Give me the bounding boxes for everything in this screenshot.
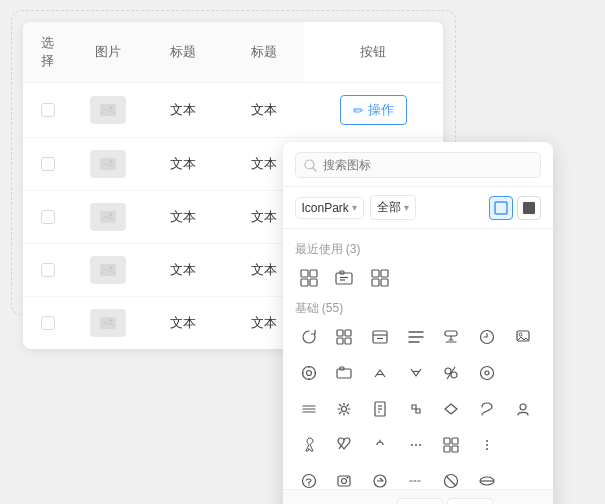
outline-view-btn[interactable] [489, 196, 513, 220]
footer-buttons: 左侧 右侧 移除 [397, 498, 541, 504]
icon-item[interactable] [473, 467, 501, 489]
view-toggles [489, 196, 541, 220]
svg-rect-14 [301, 270, 308, 277]
icon-item[interactable] [366, 431, 394, 459]
icon-item[interactable] [402, 431, 430, 459]
icon-item[interactable] [330, 264, 358, 292]
source-select[interactable]: IconPark ▾ [295, 197, 364, 219]
row-checkbox[interactable] [41, 210, 55, 224]
svg-point-61 [419, 444, 421, 446]
basic-icons-grid-1 [295, 323, 541, 351]
svg-rect-13 [523, 202, 535, 214]
svg-rect-12 [495, 202, 507, 214]
category-select[interactable]: 全部 ▾ [370, 195, 416, 220]
icon-item[interactable] [402, 359, 430, 387]
svg-point-66 [486, 440, 488, 442]
chevron-down-icon: ▾ [352, 202, 357, 213]
icon-item[interactable] [330, 467, 358, 489]
icon-item[interactable] [295, 467, 323, 489]
icon-item[interactable] [437, 323, 465, 351]
svg-point-67 [486, 444, 488, 446]
basic-section-title: 基础 (55) [295, 300, 541, 317]
row-checkbox[interactable] [41, 103, 55, 117]
svg-rect-17 [310, 279, 317, 286]
svg-line-46 [447, 367, 455, 379]
svg-point-44 [445, 368, 451, 374]
col-header-image: 图片 [73, 22, 143, 83]
svg-rect-6 [100, 264, 116, 276]
svg-rect-15 [310, 270, 317, 277]
filled-view-btn[interactable] [517, 196, 541, 220]
row-checkbox[interactable] [41, 263, 55, 277]
icon-item[interactable] [366, 264, 394, 292]
svg-line-11 [313, 168, 316, 171]
icon-item[interactable] [295, 395, 323, 423]
row-checkbox[interactable] [41, 316, 55, 330]
popup-body: 最近使用 (3) 基础 (55) [283, 229, 553, 489]
icon-item[interactable] [473, 359, 501, 387]
icon-item[interactable] [330, 323, 358, 351]
icon-item[interactable] [330, 431, 358, 459]
icon-item[interactable] [473, 395, 501, 423]
search-input[interactable] [323, 158, 532, 172]
remove-btn[interactable]: 移除 [497, 498, 541, 504]
icon-item[interactable] [437, 395, 465, 423]
row-checkbox[interactable] [41, 157, 55, 171]
popup-filters: IconPark ▾ 全部 ▾ [283, 187, 553, 229]
icon-item[interactable] [509, 395, 537, 423]
svg-rect-16 [301, 279, 308, 286]
svg-point-52 [342, 407, 347, 412]
col-header-select: 选择 [23, 22, 73, 83]
search-box[interactable] [295, 152, 541, 178]
left-position-btn[interactable]: 左侧 [397, 498, 443, 504]
icon-item[interactable] [366, 323, 394, 351]
svg-point-48 [485, 371, 489, 375]
svg-rect-27 [345, 330, 351, 336]
recent-icons-grid [295, 264, 541, 292]
basic-icons-grid-5 [295, 467, 541, 489]
right-position-btn[interactable]: 右侧 [447, 498, 493, 504]
svg-point-70 [308, 485, 309, 486]
row-text2: 文本 [223, 83, 304, 138]
svg-rect-2 [100, 158, 116, 170]
icon-item[interactable] [366, 359, 394, 387]
icon-item[interactable] [295, 431, 323, 459]
row-image [90, 309, 126, 337]
chevron-down-icon: ▾ [404, 202, 409, 213]
basic-icons-grid-2 [295, 359, 541, 387]
action-button[interactable]: ✏ 操作 [340, 95, 407, 125]
icon-item[interactable] [295, 359, 323, 387]
icon-picker-popup: IconPark ▾ 全部 ▾ 最近使用 (3) [283, 142, 553, 504]
icon-item[interactable] [295, 323, 323, 351]
basic-icons-grid-3 [295, 395, 541, 423]
svg-point-37 [306, 371, 311, 376]
icon-item[interactable] [509, 323, 537, 351]
svg-rect-30 [373, 331, 387, 343]
svg-point-45 [451, 372, 457, 378]
svg-point-68 [486, 448, 488, 450]
svg-rect-0 [100, 104, 116, 116]
icon-item[interactable] [437, 359, 465, 387]
icon-item[interactable] [402, 467, 430, 489]
icon-item[interactable] [437, 431, 465, 459]
svg-point-47 [481, 367, 494, 380]
svg-rect-8 [100, 317, 116, 329]
icon-item[interactable] [330, 359, 358, 387]
svg-rect-23 [381, 270, 388, 277]
icon-item[interactable] [366, 467, 394, 489]
svg-rect-28 [337, 338, 343, 344]
svg-point-5 [109, 213, 112, 216]
icon-item[interactable] [366, 395, 394, 423]
icon-item[interactable] [473, 431, 501, 459]
basic-icons-grid-4 [295, 431, 541, 459]
svg-point-9 [109, 319, 112, 322]
icon-item[interactable] [330, 395, 358, 423]
icon-item[interactable] [402, 323, 430, 351]
svg-point-59 [411, 444, 413, 446]
svg-point-72 [342, 479, 347, 484]
table-row: 文本 文本 ✏ 操作 [23, 83, 443, 138]
icon-item[interactable] [295, 264, 323, 292]
icon-item[interactable] [473, 323, 501, 351]
icon-item[interactable] [437, 467, 465, 489]
icon-item[interactable] [402, 395, 430, 423]
